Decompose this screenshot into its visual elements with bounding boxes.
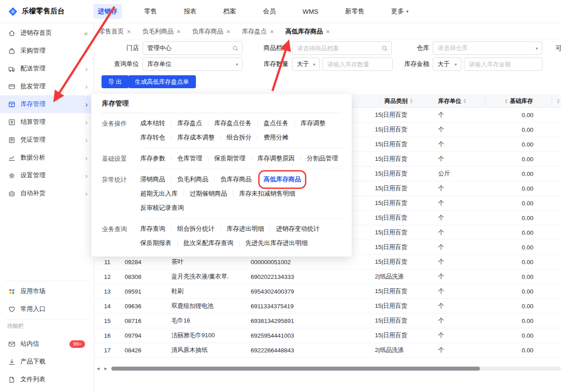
sidebar-item-进销存首页[interactable]: 进销存首页« <box>0 24 94 42</box>
sidebar-item-数据分析[interactable]: 数据分析› <box>0 149 94 167</box>
sidebar-item-采购管理[interactable]: 采购管理› <box>0 42 94 60</box>
topnav-item-进销存[interactable]: 进销存 <box>94 4 122 19</box>
tab-负库存商品[interactable]: 负库存商品× <box>192 28 231 36</box>
menu-item-负毛利商品[interactable]: 负毛利商品 <box>177 176 208 184</box>
menu-item-divider <box>220 135 221 141</box>
table-row[interactable]: 1609794洁丽雅毛巾9100692595444100315|日用百货个0.0… <box>94 328 561 343</box>
delivery-icon <box>8 65 16 73</box>
column-header-库存单位[interactable]: 库存单位 <box>427 94 485 107</box>
stock-amount-operator-select[interactable]: 大于 ▾ <box>433 57 461 71</box>
sidebar-item-站内信[interactable]: 站内信99+ <box>0 335 94 353</box>
stock-amount-input[interactable] <box>464 61 542 68</box>
tab-零售首页[interactable]: 零售首页× <box>99 28 131 36</box>
menu-item-超期无出入库[interactable]: 超期无出入库 <box>140 190 178 198</box>
stock-qty-input[interactable] <box>323 61 392 68</box>
menu-item-盘点任务[interactable]: 盘点任务 <box>264 119 289 127</box>
topnav-item-更多[interactable]: 更多▾ <box>386 4 413 19</box>
topnav-item-会员[interactable]: 会员 <box>259 4 280 19</box>
sidebar-item-配送管理[interactable]: 配送管理› <box>0 60 94 78</box>
menu-item-divider <box>251 155 252 162</box>
tab-close-icon[interactable]: × <box>127 28 131 35</box>
topnav-item-WMS[interactable]: WMS <box>298 5 323 18</box>
sidebar-item-设置管理[interactable]: 设置管理› <box>0 167 94 184</box>
menu-item-保质期管理[interactable]: 保质期管理 <box>214 155 245 163</box>
sidebar-item-应用市场[interactable]: 应用市场 <box>0 282 94 300</box>
scrollbar-thumb[interactable] <box>111 367 480 371</box>
menu-item-仓库管理[interactable]: 仓库管理 <box>177 155 202 163</box>
tab-库存盘点[interactable]: 库存盘点× <box>242 28 274 36</box>
sort-icon[interactable] <box>505 99 508 103</box>
table-row[interactable]: 1309591鞋刷695430240037915|日用百货个0.00 <box>94 284 561 299</box>
warehouse-select[interactable]: 请选择仓库 ▾ <box>433 41 542 55</box>
query-unit-select[interactable]: 库存单位 ▾ <box>142 57 243 71</box>
generate-stocktake-button[interactable]: 生成高低库存盘点单 <box>128 75 196 88</box>
menu-item-库存转仓[interactable]: 库存转仓 <box>140 134 165 142</box>
sidebar-item-库存管理[interactable]: 库存管理› <box>0 95 94 113</box>
menu-item-组合拆分[interactable]: 组合拆分 <box>227 134 252 142</box>
menu-item-分割品管理[interactable]: 分割品管理 <box>307 155 338 163</box>
menu-item-库存查询[interactable]: 库存查询 <box>140 225 165 233</box>
sidebar-item-文件列表[interactable]: 文件列表 <box>0 371 94 388</box>
sidebar-item-产品下载[interactable]: 产品下载 <box>0 353 94 371</box>
table-cell: 洁丽雅毛巾9100 <box>167 328 247 343</box>
export-button[interactable]: 导 出 <box>102 75 129 88</box>
menu-item-库存进出明细[interactable]: 库存进出明细 <box>227 225 264 233</box>
sort-icon[interactable] <box>557 99 560 103</box>
menu-item-成本结转[interactable]: 成本结转 <box>140 119 165 127</box>
product-input[interactable] <box>293 45 391 52</box>
menu-item-库存参数[interactable]: 库存参数 <box>140 155 165 163</box>
menu-item-库存调整原因[interactable]: 库存调整原因 <box>257 155 295 163</box>
sort-icon[interactable] <box>463 99 466 103</box>
table-cell: 鞋刷 <box>167 284 247 298</box>
menu-item-反审核记录查询[interactable]: 反审核记录查询 <box>140 204 184 212</box>
menu-item-先进先出库存进出明细[interactable]: 先进先出库存进出明细 <box>245 239 308 247</box>
topnav-item-档案[interactable]: 档案 <box>219 4 241 19</box>
tab-高低库存商品[interactable]: 高低库存商品× <box>285 28 330 36</box>
menu-item-进销存变动统计[interactable]: 进销存变动统计 <box>276 225 320 233</box>
menu-item-滞销商品[interactable]: 滞销商品 <box>140 176 165 184</box>
sidebar-item-批发管理[interactable]: 批发管理› <box>0 78 94 95</box>
tab-close-icon[interactable]: × <box>270 28 274 35</box>
collapse-sidebar-icon[interactable]: « <box>84 30 88 37</box>
stock-qty-operator-select[interactable]: 大于 ▾ <box>292 57 320 71</box>
sort-icon[interactable] <box>410 99 413 103</box>
topnav-item-零售[interactable]: 零售 <box>140 4 162 19</box>
menu-item-高低库存商品[interactable]: 高低库存商品 <box>264 176 301 184</box>
topnav-item-新零售[interactable]: 新零售 <box>341 4 369 19</box>
sidebar-item-凭证管理[interactable]: 凭证管理› <box>0 131 94 149</box>
column-header-商品类别[interactable]: 商品类别 <box>370 94 427 107</box>
tab-close-icon[interactable]: × <box>326 28 330 35</box>
sidebar-item-结算管理[interactable]: 结算管理› <box>0 113 94 131</box>
menu-item-批次采配库存查询[interactable]: 批次采配库存查询 <box>183 239 233 247</box>
menu-item-库存未扣减销售明细[interactable]: 库存未扣减销售明细 <box>239 190 295 198</box>
menu-item-费用分摊[interactable]: 费用分摊 <box>264 134 289 142</box>
table-row[interactable]: 1109284茶叶00000005100215|日用百货个0.00 <box>94 255 561 270</box>
tab-close-icon[interactable]: × <box>177 28 181 35</box>
function-bar-label: 功能栏 <box>7 323 24 330</box>
table-row[interactable]: 1708426清风原木抽纸69222664488432|纸品洗涤个0.00 <box>94 343 561 358</box>
store-input[interactable] <box>143 45 242 52</box>
chevron-right-icon: › <box>85 65 88 73</box>
menu-item-库存盘点[interactable]: 库存盘点 <box>177 119 202 127</box>
table-row[interactable]: 1409636双鹿纽扣锂电池691133437541915|日用百货个0.00 <box>94 299 561 314</box>
scroll-right-icon[interactable]: ▸ <box>102 365 110 372</box>
menu-item-组合拆分统计[interactable]: 组合拆分统计 <box>177 225 215 233</box>
column-header-extra[interactable] <box>552 94 561 107</box>
sidebar-item-常用入口[interactable]: 常用入口 <box>0 300 94 318</box>
menu-item-过期催销商品[interactable]: 过期催销商品 <box>190 190 227 198</box>
menu-item-库存盘点任务[interactable]: 库存盘点任务 <box>214 119 252 127</box>
menu-item-负库存商品[interactable]: 负库存商品 <box>220 176 252 184</box>
column-header-基础库存[interactable]: 基础库存 <box>485 94 552 107</box>
sidebar-item-自动补货[interactable]: 自动补货› <box>0 184 94 202</box>
scroll-left-icon[interactable]: ◂ <box>94 365 102 372</box>
table-row[interactable]: 1508716毛巾16693813429589115|日用百货个0.00 <box>94 314 561 328</box>
scrollbar-track[interactable] <box>111 367 561 371</box>
topnav-item-报表[interactable]: 报表 <box>179 4 201 19</box>
menu-item-库存成本调整[interactable]: 库存成本调整 <box>177 134 215 142</box>
tab-close-icon[interactable]: × <box>227 28 231 35</box>
product-filter: 商品档案 <box>240 41 392 55</box>
table-row[interactable]: 1208308蓝月亮洗衣液/薰衣草.69020221343332|纸品洗涤个0.… <box>94 270 561 284</box>
tab-负毛利商品[interactable]: 负毛利商品× <box>142 28 181 36</box>
menu-item-库存调整[interactable]: 库存调整 <box>301 119 325 127</box>
menu-item-保质期报表[interactable]: 保质期报表 <box>140 239 171 247</box>
